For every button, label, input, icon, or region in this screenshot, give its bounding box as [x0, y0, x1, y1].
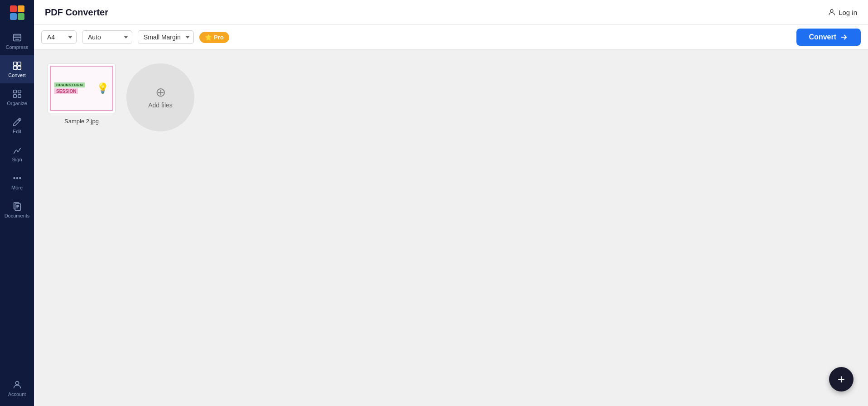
account-icon	[12, 380, 22, 390]
convert-icon	[12, 61, 22, 71]
svg-rect-3	[13, 66, 16, 69]
more-icon	[12, 173, 22, 183]
logo-cell-red	[10, 5, 17, 12]
sidebar-item-more[interactable]: More	[0, 168, 34, 196]
logo-cell-blue	[10, 13, 17, 20]
svg-point-15	[830, 10, 833, 12]
login-button[interactable]: Log in	[828, 8, 857, 16]
toolbar: A4 Letter Legal A3 Auto Portrait Landsca…	[34, 25, 868, 50]
sidebar-label-documents: Documents	[5, 213, 30, 218]
sidebar-label-convert: Convert	[8, 72, 26, 78]
sidebar-item-edit[interactable]: Edit	[0, 111, 34, 140]
thumbnail-inner: BRAINSTORM SESSION 💡	[50, 66, 113, 111]
orientation-wrapper: Auto Portrait Landscape	[82, 30, 132, 44]
sidebar-item-convert[interactable]: Convert	[0, 55, 34, 83]
sidebar-label-organize: Organize	[7, 101, 27, 106]
margin-select[interactable]: Small Margin No Margin Big Margin	[138, 30, 194, 44]
svg-rect-13	[15, 204, 20, 211]
login-label: Log in	[839, 9, 857, 16]
star-icon: ⭐	[205, 34, 212, 41]
svg-rect-1	[13, 62, 16, 65]
header: PDF Converter Log in	[34, 0, 868, 25]
main-area: PDF Converter Log in A4 Letter Legal A3 …	[34, 0, 868, 406]
edit-icon	[12, 117, 22, 127]
account-item[interactable]: Account	[0, 374, 34, 402]
svg-rect-6	[18, 90, 20, 93]
svg-point-9	[14, 178, 15, 179]
add-files-button[interactable]: ⊕ Add files	[126, 63, 194, 131]
sidebar-label-sign: Sign	[12, 157, 22, 162]
page-size-select[interactable]: A4 Letter Legal A3	[41, 30, 77, 44]
sidebar-label-more: More	[11, 185, 23, 190]
sidebar-item-organize[interactable]: Organize	[0, 83, 34, 111]
logo-cell-yellow	[18, 5, 24, 12]
arrow-right-icon	[840, 33, 848, 41]
svg-rect-8	[18, 95, 20, 97]
sign-icon	[12, 145, 22, 155]
svg-rect-5	[13, 90, 16, 93]
brainstorm-session: SESSION	[54, 88, 78, 94]
sidebar-item-sign[interactable]: Sign	[0, 140, 34, 168]
convert-button[interactable]: Convert	[796, 29, 861, 46]
account-label: Account	[8, 392, 26, 397]
svg-rect-7	[13, 95, 16, 97]
sidebar-bottom: Account	[0, 374, 34, 406]
page-title: PDF Converter	[45, 7, 108, 18]
sidebar-item-documents[interactable]: Documents	[0, 196, 34, 224]
add-files-label: Add files	[148, 102, 173, 109]
header-right: Log in	[828, 8, 857, 16]
file-card: BRAINSTORM SESSION 💡 Sample 2.jpg	[48, 63, 116, 125]
sidebar: Compress Convert Organize	[0, 0, 34, 406]
sidebar-label-edit: Edit	[13, 129, 21, 134]
plus-icon: ⊕	[155, 86, 166, 99]
content-area: BRAINSTORM SESSION 💡 Sample 2.jpg ⊕ Add …	[34, 50, 868, 406]
brainstorm-title: BRAINSTORM	[54, 82, 85, 87]
svg-point-10	[16, 178, 18, 179]
pro-label: Pro	[214, 34, 224, 41]
fab-icon: +	[838, 372, 845, 387]
documents-icon	[12, 201, 22, 211]
logo-grid	[10, 5, 24, 20]
sidebar-items: Compress Convert Organize	[0, 25, 34, 374]
file-thumbnail: BRAINSTORM SESSION 💡	[48, 63, 116, 113]
margin-wrapper: Small Margin No Margin Big Margin	[138, 30, 194, 44]
bulb-icon: 💡	[96, 82, 109, 94]
app-logo	[0, 0, 34, 25]
svg-point-14	[15, 382, 19, 385]
sidebar-label-compress: Compress	[5, 44, 28, 50]
fab-button[interactable]: +	[829, 367, 854, 392]
file-name: Sample 2.jpg	[64, 118, 99, 125]
compress-icon	[12, 33, 22, 43]
page-size-wrapper: A4 Letter Legal A3	[41, 30, 77, 44]
sidebar-item-compress[interactable]: Compress	[0, 27, 34, 55]
convert-label: Convert	[809, 33, 836, 41]
user-icon	[828, 8, 836, 16]
pro-badge: ⭐ Pro	[199, 32, 229, 43]
svg-rect-4	[17, 66, 20, 69]
svg-rect-2	[17, 62, 20, 65]
logo-cell-green	[18, 13, 24, 20]
svg-point-11	[19, 178, 21, 179]
orientation-select[interactable]: Auto Portrait Landscape	[82, 30, 132, 44]
organize-icon	[12, 89, 22, 99]
